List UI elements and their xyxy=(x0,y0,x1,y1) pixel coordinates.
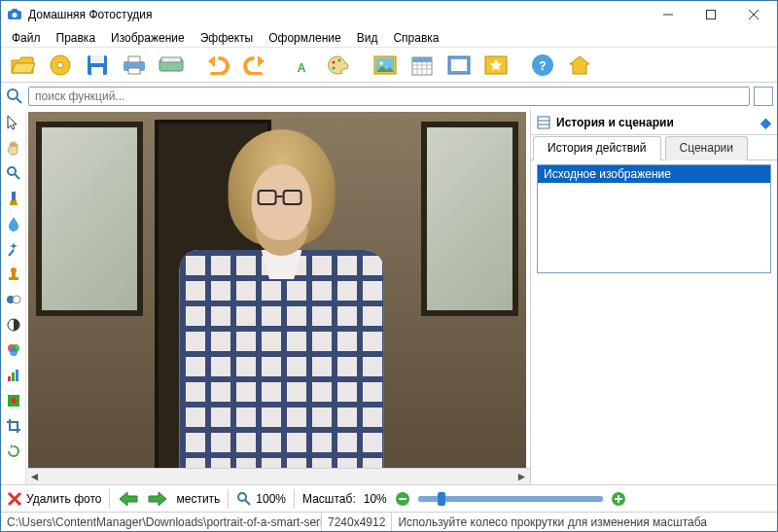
svg-rect-32 xyxy=(12,272,16,277)
svg-rect-51 xyxy=(618,495,619,503)
hand-tool[interactable] xyxy=(5,139,22,157)
prev-button[interactable] xyxy=(118,491,139,507)
stamp-tool[interactable] xyxy=(5,266,22,283)
menu-view[interactable]: Вид xyxy=(350,29,385,47)
frame-button[interactable] xyxy=(442,49,476,82)
svg-point-29 xyxy=(8,167,16,175)
menu-file[interactable]: Файл xyxy=(5,29,48,47)
print-button[interactable] xyxy=(118,49,151,82)
menu-image[interactable]: Изображение xyxy=(104,29,192,47)
close-button[interactable] xyxy=(732,1,775,28)
menu-edit[interactable]: Правка xyxy=(50,29,103,47)
search-row xyxy=(1,83,777,110)
delete-photo-button[interactable]: Удалить фото xyxy=(7,491,101,507)
text-button[interactable]: A xyxy=(285,49,318,82)
contrast-tool[interactable] xyxy=(5,316,22,334)
svg-text:A: A xyxy=(298,61,306,75)
rgb-tool[interactable] xyxy=(5,341,22,359)
calendar-button[interactable] xyxy=(406,49,439,82)
search-icon xyxy=(5,87,24,106)
slider-thumb[interactable] xyxy=(438,492,445,506)
svg-point-44 xyxy=(11,398,17,404)
open-button[interactable] xyxy=(7,49,40,82)
scan-button[interactable] xyxy=(155,49,188,82)
svg-rect-48 xyxy=(399,498,407,500)
zoom-in-button[interactable] xyxy=(611,491,626,507)
svg-point-28 xyxy=(8,89,18,99)
home-button[interactable] xyxy=(563,49,596,82)
svg-rect-40 xyxy=(8,376,11,381)
menubar: Файл Правка Изображение Эффекты Оформлен… xyxy=(1,28,777,48)
history-item[interactable]: Исходное изображение xyxy=(538,165,770,183)
drop-tool[interactable] xyxy=(5,215,22,232)
svg-point-39 xyxy=(10,348,18,356)
history-list[interactable]: Исходное изображение xyxy=(537,164,771,273)
help-button[interactable]: ? xyxy=(526,49,559,82)
titlebar: Домашняя Фотостудия xyxy=(1,1,777,28)
scroll-left-arrow[interactable]: ◄ xyxy=(26,469,43,485)
menu-help[interactable]: Справка xyxy=(386,29,445,47)
bottom-bar: Удалить фото местить 100% Масштаб: 10% xyxy=(1,484,777,512)
history-icon xyxy=(537,116,550,129)
fit-icon xyxy=(236,491,252,507)
left-tool-strip xyxy=(1,110,26,484)
delete-icon xyxy=(7,491,22,507)
next-button[interactable] xyxy=(147,491,168,507)
svg-rect-42 xyxy=(16,370,18,381)
menu-effects[interactable]: Эффекты xyxy=(194,29,261,47)
svg-rect-33 xyxy=(9,277,18,280)
redeye-tool[interactable] xyxy=(5,392,22,409)
insert-image-button[interactable] xyxy=(369,49,402,82)
zoom-slider[interactable] xyxy=(418,496,603,502)
zoom-out-button[interactable] xyxy=(395,491,410,507)
tab-history[interactable]: История действий xyxy=(533,136,661,160)
main-toolbar: A ? xyxy=(1,48,777,83)
levels-tool[interactable] xyxy=(5,367,22,384)
image-canvas[interactable] xyxy=(26,110,530,468)
cd-button[interactable] xyxy=(44,49,77,82)
app-icon xyxy=(7,7,22,22)
scale-value: 10% xyxy=(364,492,387,506)
rotate-tool[interactable] xyxy=(5,443,22,460)
redo-button[interactable] xyxy=(238,49,271,82)
svg-rect-11 xyxy=(128,68,140,74)
svg-rect-2 xyxy=(12,9,18,12)
center-area: ◄ ► xyxy=(26,110,530,484)
tab-scripts[interactable]: Сценарии xyxy=(665,136,748,160)
svg-rect-45 xyxy=(538,117,549,128)
crop-tool[interactable] xyxy=(5,417,22,435)
pointer-tool[interactable] xyxy=(5,114,22,131)
svg-rect-24 xyxy=(451,59,467,71)
svg-point-46 xyxy=(238,493,246,501)
brush-tool[interactable] xyxy=(5,190,22,207)
history-toggle[interactable] xyxy=(754,87,773,106)
menu-decoration[interactable]: Оформление xyxy=(262,29,347,47)
photo-content xyxy=(28,112,526,468)
collapse-icon[interactable]: ◆ xyxy=(760,115,771,130)
right-panel-title: История и сценарии xyxy=(556,116,674,129)
status-bar: C:\Users\ContentManager\Downloads\portra… xyxy=(1,512,777,531)
fit-zoom-value: 100% xyxy=(256,492,286,506)
search-input[interactable] xyxy=(28,87,750,106)
wand-tool[interactable] xyxy=(5,240,22,258)
star-frame-button[interactable] xyxy=(479,49,513,82)
scroll-right-arrow[interactable]: ► xyxy=(513,469,530,485)
minimize-button[interactable] xyxy=(647,1,690,28)
status-path: C:\Users\ContentManager\Downloads\portra… xyxy=(1,513,322,531)
fit-zoom-button[interactable]: 100% xyxy=(236,491,286,507)
hue-tool[interactable] xyxy=(5,291,22,308)
svg-rect-13 xyxy=(161,57,181,62)
palette-button[interactable] xyxy=(322,49,355,82)
fit-label: местить xyxy=(176,492,220,506)
save-button[interactable] xyxy=(81,49,114,82)
svg-point-16 xyxy=(333,66,336,69)
zoom-tool[interactable] xyxy=(5,164,22,182)
undo-button[interactable] xyxy=(201,49,234,82)
horizontal-scrollbar[interactable]: ◄ ► xyxy=(26,468,530,484)
svg-text:?: ? xyxy=(539,59,546,73)
maximize-button[interactable] xyxy=(690,1,732,28)
delete-label: Удалить фото xyxy=(26,492,101,506)
right-tabs: История действий Сценарии xyxy=(531,135,777,160)
svg-point-1 xyxy=(13,13,18,18)
svg-point-15 xyxy=(333,60,336,63)
